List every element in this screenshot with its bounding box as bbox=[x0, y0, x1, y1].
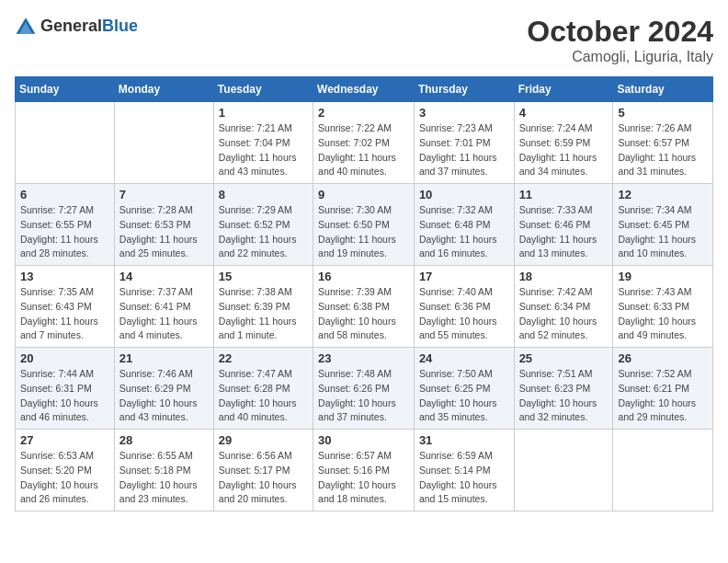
calendar-cell: 4Sunrise: 7:24 AM Sunset: 6:59 PM Daylig… bbox=[514, 102, 613, 184]
day-number: 3 bbox=[419, 106, 509, 120]
calendar-cell: 15Sunrise: 7:38 AM Sunset: 6:39 PM Dayli… bbox=[213, 266, 313, 348]
day-info: Sunrise: 7:51 AM Sunset: 6:23 PM Dayligh… bbox=[519, 367, 609, 425]
calendar-cell: 10Sunrise: 7:32 AM Sunset: 6:48 PM Dayli… bbox=[414, 184, 514, 266]
day-info: Sunrise: 7:46 AM Sunset: 6:29 PM Dayligh… bbox=[119, 367, 209, 425]
day-number: 22 bbox=[219, 351, 308, 365]
day-number: 19 bbox=[618, 270, 708, 283]
day-number: 11 bbox=[519, 188, 609, 201]
calendar-cell: 13Sunrise: 7:35 AM Sunset: 6:43 PM Dayli… bbox=[16, 266, 115, 348]
logo: GeneralBlue bbox=[15, 15, 138, 37]
calendar-cell: 23Sunrise: 7:48 AM Sunset: 6:26 PM Dayli… bbox=[313, 348, 415, 430]
day-number: 21 bbox=[119, 351, 209, 365]
day-of-week-header: Saturday bbox=[613, 77, 713, 102]
day-info: Sunrise: 7:27 AM Sunset: 6:55 PM Dayligh… bbox=[20, 203, 109, 261]
calendar-cell: 9Sunrise: 7:30 AM Sunset: 6:50 PM Daylig… bbox=[313, 184, 415, 266]
calendar-cell: 2Sunrise: 7:22 AM Sunset: 7:02 PM Daylig… bbox=[313, 102, 415, 184]
calendar-cell: 30Sunrise: 6:57 AM Sunset: 5:16 PM Dayli… bbox=[313, 430, 415, 511]
calendar-cell bbox=[514, 430, 613, 511]
day-number: 27 bbox=[20, 433, 109, 447]
day-info: Sunrise: 7:50 AM Sunset: 6:25 PM Dayligh… bbox=[419, 367, 509, 425]
day-of-week-header: Sunday bbox=[16, 77, 115, 102]
calendar-cell: 24Sunrise: 7:50 AM Sunset: 6:25 PM Dayli… bbox=[414, 348, 514, 430]
day-info: Sunrise: 7:22 AM Sunset: 7:02 PM Dayligh… bbox=[318, 121, 409, 179]
calendar-cell: 1Sunrise: 7:21 AM Sunset: 7:04 PM Daylig… bbox=[213, 102, 313, 184]
day-info: Sunrise: 6:56 AM Sunset: 5:17 PM Dayligh… bbox=[219, 449, 308, 507]
day-info: Sunrise: 7:48 AM Sunset: 6:26 PM Dayligh… bbox=[318, 367, 409, 425]
day-number: 6 bbox=[20, 188, 109, 201]
calendar-cell: 25Sunrise: 7:51 AM Sunset: 6:23 PM Dayli… bbox=[514, 348, 613, 430]
day-number: 10 bbox=[419, 188, 509, 201]
logo-general: General bbox=[40, 17, 102, 35]
calendar-cell: 3Sunrise: 7:23 AM Sunset: 7:01 PM Daylig… bbox=[414, 102, 514, 184]
calendar-cell: 26Sunrise: 7:52 AM Sunset: 6:21 PM Dayli… bbox=[613, 348, 713, 430]
day-info: Sunrise: 7:43 AM Sunset: 6:33 PM Dayligh… bbox=[618, 285, 708, 343]
logo-blue: Blue bbox=[102, 17, 138, 35]
calendar-cell: 20Sunrise: 7:44 AM Sunset: 6:31 PM Dayli… bbox=[16, 348, 115, 430]
day-info: Sunrise: 7:39 AM Sunset: 6:38 PM Dayligh… bbox=[318, 285, 409, 343]
day-of-week-header: Wednesday bbox=[313, 77, 415, 102]
day-info: Sunrise: 6:53 AM Sunset: 5:20 PM Dayligh… bbox=[20, 449, 109, 507]
calendar-cell: 14Sunrise: 7:37 AM Sunset: 6:41 PM Dayli… bbox=[114, 266, 213, 348]
day-info: Sunrise: 7:33 AM Sunset: 6:46 PM Dayligh… bbox=[519, 203, 609, 261]
day-info: Sunrise: 7:32 AM Sunset: 6:48 PM Dayligh… bbox=[419, 203, 509, 261]
calendar-cell: 12Sunrise: 7:34 AM Sunset: 6:45 PM Dayli… bbox=[613, 184, 713, 266]
calendar-cell: 21Sunrise: 7:46 AM Sunset: 6:29 PM Dayli… bbox=[114, 348, 213, 430]
day-number: 24 bbox=[419, 351, 509, 365]
day-number: 8 bbox=[219, 188, 308, 201]
calendar-cell bbox=[114, 102, 213, 184]
day-info: Sunrise: 7:34 AM Sunset: 6:45 PM Dayligh… bbox=[618, 203, 708, 261]
day-number: 13 bbox=[20, 270, 109, 283]
day-info: Sunrise: 6:59 AM Sunset: 5:14 PM Dayligh… bbox=[419, 449, 509, 507]
day-number: 15 bbox=[219, 270, 308, 283]
day-info: Sunrise: 7:35 AM Sunset: 6:43 PM Dayligh… bbox=[20, 285, 109, 343]
day-number: 23 bbox=[318, 351, 409, 365]
title-block: October 2024 Camogli, Liguria, Italy bbox=[527, 15, 713, 65]
calendar-cell: 31Sunrise: 6:59 AM Sunset: 5:14 PM Dayli… bbox=[414, 430, 514, 511]
calendar-header-row: SundayMondayTuesdayWednesdayThursdayFrid… bbox=[16, 77, 713, 102]
calendar-cell bbox=[16, 102, 115, 184]
day-of-week-header: Tuesday bbox=[213, 77, 313, 102]
calendar-cell: 16Sunrise: 7:39 AM Sunset: 6:38 PM Dayli… bbox=[313, 266, 415, 348]
day-info: Sunrise: 7:52 AM Sunset: 6:21 PM Dayligh… bbox=[618, 367, 708, 425]
day-info: Sunrise: 7:44 AM Sunset: 6:31 PM Dayligh… bbox=[20, 367, 109, 425]
day-number: 25 bbox=[519, 351, 609, 365]
day-number: 18 bbox=[519, 270, 609, 283]
day-number: 31 bbox=[419, 433, 509, 447]
day-of-week-header: Monday bbox=[114, 77, 213, 102]
day-info: Sunrise: 7:40 AM Sunset: 6:36 PM Dayligh… bbox=[419, 285, 509, 343]
day-info: Sunrise: 7:38 AM Sunset: 6:39 PM Dayligh… bbox=[219, 285, 308, 343]
day-number: 16 bbox=[318, 270, 409, 283]
day-info: Sunrise: 7:21 AM Sunset: 7:04 PM Dayligh… bbox=[219, 121, 308, 179]
day-info: Sunrise: 6:57 AM Sunset: 5:16 PM Dayligh… bbox=[318, 449, 409, 507]
day-number: 29 bbox=[219, 433, 308, 447]
calendar-week-row: 20Sunrise: 7:44 AM Sunset: 6:31 PM Dayli… bbox=[16, 348, 713, 430]
day-number: 17 bbox=[419, 270, 509, 283]
calendar-cell bbox=[613, 430, 713, 511]
day-info: Sunrise: 7:47 AM Sunset: 6:28 PM Dayligh… bbox=[219, 367, 308, 425]
calendar-cell: 28Sunrise: 6:55 AM Sunset: 5:18 PM Dayli… bbox=[114, 430, 213, 511]
day-info: Sunrise: 7:23 AM Sunset: 7:01 PM Dayligh… bbox=[419, 121, 509, 179]
day-number: 2 bbox=[318, 106, 409, 120]
day-number: 30 bbox=[318, 433, 409, 447]
calendar-cell: 22Sunrise: 7:47 AM Sunset: 6:28 PM Dayli… bbox=[213, 348, 313, 430]
day-info: Sunrise: 7:42 AM Sunset: 6:34 PM Dayligh… bbox=[519, 285, 609, 343]
day-of-week-header: Friday bbox=[514, 77, 613, 102]
day-info: Sunrise: 7:24 AM Sunset: 6:59 PM Dayligh… bbox=[519, 121, 609, 179]
day-info: Sunrise: 7:29 AM Sunset: 6:52 PM Dayligh… bbox=[219, 203, 308, 261]
calendar-cell: 19Sunrise: 7:43 AM Sunset: 6:33 PM Dayli… bbox=[613, 266, 713, 348]
calendar-table: SundayMondayTuesdayWednesdayThursdayFrid… bbox=[15, 76, 713, 511]
month-title: October 2024 bbox=[527, 15, 713, 49]
day-number: 1 bbox=[219, 106, 308, 120]
calendar-cell: 27Sunrise: 6:53 AM Sunset: 5:20 PM Dayli… bbox=[16, 430, 115, 511]
calendar-cell: 17Sunrise: 7:40 AM Sunset: 6:36 PM Dayli… bbox=[414, 266, 514, 348]
day-number: 26 bbox=[618, 351, 708, 365]
calendar-cell: 8Sunrise: 7:29 AM Sunset: 6:52 PM Daylig… bbox=[213, 184, 313, 266]
calendar-week-row: 13Sunrise: 7:35 AM Sunset: 6:43 PM Dayli… bbox=[16, 266, 713, 348]
page-header: GeneralBlue October 2024 Camogli, Liguri… bbox=[15, 15, 713, 65]
day-info: Sunrise: 7:28 AM Sunset: 6:53 PM Dayligh… bbox=[119, 203, 209, 261]
calendar-week-row: 1Sunrise: 7:21 AM Sunset: 7:04 PM Daylig… bbox=[16, 102, 713, 184]
day-number: 28 bbox=[119, 433, 209, 447]
calendar-week-row: 27Sunrise: 6:53 AM Sunset: 5:20 PM Dayli… bbox=[16, 430, 713, 511]
calendar-week-row: 6Sunrise: 7:27 AM Sunset: 6:55 PM Daylig… bbox=[16, 184, 713, 266]
day-number: 7 bbox=[119, 188, 209, 201]
